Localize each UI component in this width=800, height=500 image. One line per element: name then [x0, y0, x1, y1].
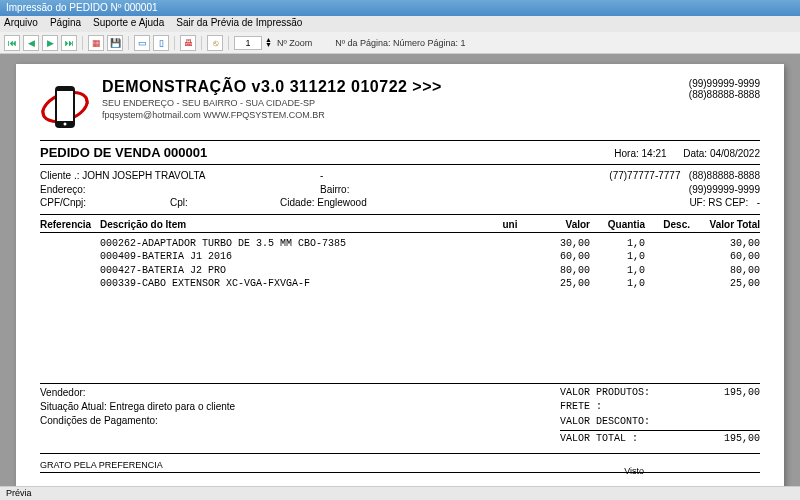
item-disc [645, 237, 690, 251]
phone-2: (88)88888-8888 [689, 89, 760, 100]
layout-b-icon[interactable]: ▯ [153, 35, 169, 51]
items-list: 000262-ADAPTADOR TURBO DE 3.5 MM CBO-738… [40, 237, 760, 291]
col-referencia: Referencia [40, 219, 100, 230]
hora-label: Hora: [614, 148, 638, 159]
divider [40, 214, 760, 215]
phone-1: (99)99999-9999 [689, 78, 760, 89]
spacer [40, 291, 760, 381]
situacao-label: Situação Atual: [40, 401, 107, 412]
item-desc: 000427-BATERIA J2 PRO [40, 264, 490, 278]
uf-value: RS [708, 197, 722, 208]
cust-phone-c: (99)99999-9999 [440, 183, 760, 197]
item-total: 60,00 [690, 250, 760, 264]
cidade-value: Englewood [317, 197, 366, 208]
cidade-label: Cidade: [280, 197, 314, 208]
separator [128, 36, 129, 50]
item-uni [490, 250, 530, 264]
cust-phone-b: (88)88888-8888 [689, 170, 760, 181]
menu-arquivo[interactable]: Arquivo [4, 17, 38, 31]
items-header: Referencia Descrição do Item uni Valor Q… [40, 219, 760, 230]
footer-totals: VALOR PRODUTOS:195,00 FRETE : VALOR DESC… [560, 386, 760, 447]
col-valor: Valor [530, 219, 590, 230]
item-desc: 000262-ADAPTADOR TURBO DE 3.5 MM CBO-738… [40, 237, 490, 251]
print-icon[interactable]: 🖶 [180, 35, 196, 51]
footer-block: Vendedor: Situação Atual: Entrega direto… [40, 386, 760, 447]
statusbar: Prévia [0, 486, 800, 500]
menu-sair[interactable]: Sair da Prévia de Impressão [176, 17, 302, 31]
phone-logo-icon [40, 78, 90, 136]
divider [40, 383, 760, 384]
bairro-label: Bairro: [320, 183, 440, 197]
hora-value: 14:21 [642, 148, 667, 159]
header-text: DEMONSTRAÇÃO v3.0 311212 010722 >>> SEU … [102, 78, 677, 136]
frete-label: FRETE : [560, 400, 690, 415]
cep-value: - [757, 197, 760, 208]
menu-suporte[interactable]: Suporte e Ajuda [93, 17, 164, 31]
vendedor-label: Vendedor: [40, 386, 560, 400]
company-address: SEU ENDEREÇO - SEU BAIRRO - SUA CIDADE-S… [102, 98, 677, 108]
item-valor: 25,00 [530, 277, 590, 291]
uf-label: UF: [689, 197, 705, 208]
zoom-label: Nº Zoom [277, 38, 312, 48]
document-page: DEMONSTRAÇÃO v3.0 311212 010722 >>> SEU … [16, 64, 784, 486]
company-contact: fpqsystem@hotmail.com WWW.FPQSYSTEM.COM.… [102, 110, 677, 120]
status-text: Prévia [6, 488, 32, 498]
company-name: DEMONSTRAÇÃO v3.0 311212 010722 >>> [102, 78, 677, 96]
preview-area[interactable]: DEMONSTRAÇÃO v3.0 311212 010722 >>> SEU … [0, 54, 800, 486]
data-value: 04/08/2022 [710, 148, 760, 159]
save-icon[interactable]: 💾 [107, 35, 123, 51]
total-value: 195,00 [690, 432, 760, 447]
item-qty: 1,0 [590, 277, 645, 291]
frete-value [690, 400, 760, 415]
menubar: Arquivo Página Suporte e Ajuda Sair da P… [0, 16, 800, 32]
nav-prev-icon[interactable]: ◀ [23, 35, 39, 51]
export-icon[interactable]: ▦ [88, 35, 104, 51]
item-qty: 1,0 [590, 264, 645, 278]
cpf-label: CPF/Cnpj: [40, 196, 170, 210]
layout-a-icon[interactable]: ▭ [134, 35, 150, 51]
item-uni [490, 237, 530, 251]
divider [40, 232, 760, 233]
visto-label: Visto [624, 466, 644, 476]
order-title: PEDIDO DE VENDA 000001 [40, 145, 207, 160]
menu-pagina[interactable]: Página [50, 17, 81, 31]
item-qty: 1,0 [590, 250, 645, 264]
header-phones: (99)99999-9999 (88)88888-8888 [689, 78, 760, 136]
header: DEMONSTRAÇÃO v3.0 311212 010722 >>> SEU … [40, 78, 760, 136]
close-icon[interactable]: ⎋ [207, 35, 223, 51]
zoom-input[interactable] [234, 36, 262, 50]
page-number-label: Nº da Página: Número Página: 1 [335, 38, 465, 48]
situacao-value: Entrega direto para o cliente [110, 401, 236, 412]
nav-next-icon[interactable]: ▶ [42, 35, 58, 51]
desconto-label: VALOR DESCONTO: [560, 415, 690, 430]
item-valor: 30,00 [530, 237, 590, 251]
separator [82, 36, 83, 50]
divider [40, 140, 760, 141]
zoom-spinner-icon[interactable]: ▲▼ [265, 38, 272, 48]
item-valor: 60,00 [530, 250, 590, 264]
cep-label: CEP: [725, 197, 748, 208]
item-total: 25,00 [690, 277, 760, 291]
item-total: 30,00 [690, 237, 760, 251]
item-row: 000262-ADAPTADOR TURBO DE 3.5 MM CBO-738… [40, 237, 760, 251]
item-uni [490, 277, 530, 291]
separator [174, 36, 175, 50]
produtos-label: VALOR PRODUTOS: [560, 386, 690, 401]
cust-phone-a: (77)77777-7777 [609, 170, 680, 181]
item-qty: 1,0 [590, 237, 645, 251]
col-desc: Desc. [645, 219, 690, 230]
item-total: 80,00 [690, 264, 760, 278]
customer-block: Cliente .: JOHN JOSEPH TRAVOLTA - (77)77… [40, 169, 760, 210]
toolbar: ⏮ ◀ ▶ ⏭ ▦ 💾 ▭ ▯ 🖶 ⎋ ▲▼ Nº Zoom Nº da Pág… [0, 32, 800, 54]
divider [40, 453, 760, 454]
svg-rect-2 [57, 91, 73, 121]
nav-last-icon[interactable]: ⏭ [61, 35, 77, 51]
nav-first-icon[interactable]: ⏮ [4, 35, 20, 51]
item-valor: 80,00 [530, 264, 590, 278]
order-header: PEDIDO DE VENDA 000001 Hora: 14:21 Data:… [40, 145, 760, 160]
cpl-label: Cpl: [170, 196, 280, 210]
item-desc: 000409-BATERIA J1 2016 [40, 250, 490, 264]
col-uni: uni [490, 219, 530, 230]
total-label: VALOR TOTAL : [560, 432, 690, 447]
divider [40, 164, 760, 165]
